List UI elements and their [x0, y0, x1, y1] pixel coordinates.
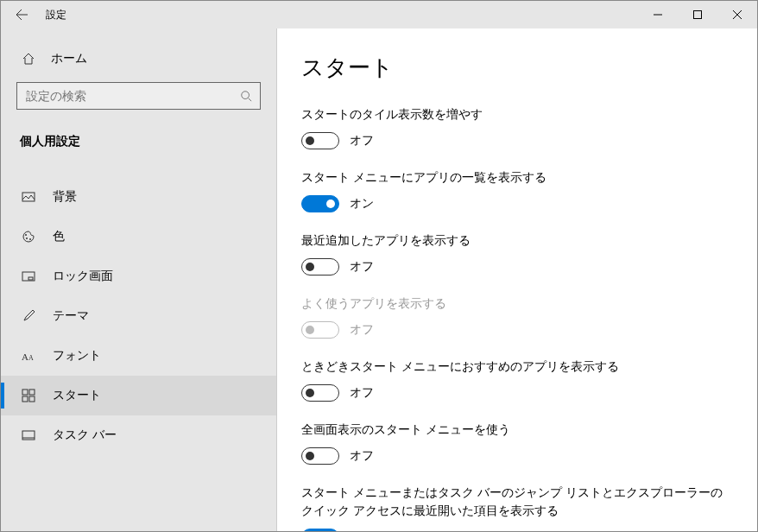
toggle-state-text: オフ	[350, 385, 374, 401]
setting-item: 最近追加したアプリを表示するオフ	[301, 231, 731, 276]
toggle-switch[interactable]	[301, 258, 339, 276]
nav-label: 背景	[53, 189, 77, 205]
setting-item: よく使うアプリを表示するオフ	[301, 294, 731, 339]
setting-item: スタート メニューまたはタスク バーのジャンプ リストとエクスプローラーのクイッ…	[301, 484, 731, 531]
toggle-switch[interactable]	[301, 195, 339, 212]
settings-list: スタートのタイル表示数を増やすオフスタート メニューにアプリの一覧を表示するオン…	[301, 105, 731, 531]
section-label: 個人用設定	[1, 115, 276, 160]
setting-item: 全画面表示のスタート メニューを使うオフ	[301, 421, 731, 465]
nav-label: ロック画面	[53, 269, 113, 284]
toggle-state-text: オフ	[350, 448, 374, 464]
toggle-state-text: オン	[350, 196, 374, 212]
toggle-switch[interactable]	[301, 384, 339, 402]
nav-item-background[interactable]: 背景	[1, 177, 276, 217]
search-icon	[237, 90, 255, 102]
nav-item-start[interactable]: スタート	[1, 376, 276, 415]
toggle-knob	[306, 136, 314, 145]
home-icon	[20, 52, 37, 66]
svg-text:A: A	[22, 352, 28, 362]
svg-rect-11	[29, 390, 35, 395]
svg-rect-12	[22, 396, 28, 402]
maximize-button[interactable]	[678, 1, 717, 28]
sidebar: ホーム 個人用設定 背景 色 ロック画面	[1, 28, 277, 531]
toggle-knob	[306, 452, 314, 460]
page-title: スタート	[301, 53, 731, 83]
toggle-switch[interactable]	[301, 447, 339, 465]
toggle-state-text: オフ	[350, 322, 374, 338]
toggle-knob	[306, 389, 314, 397]
svg-point-3	[25, 234, 27, 236]
titlebar: 設定	[1, 1, 757, 28]
start-icon	[20, 389, 37, 402]
svg-point-5	[29, 238, 31, 240]
palette-icon	[20, 230, 37, 244]
toggle-knob	[326, 200, 335, 208]
maximize-icon	[693, 10, 702, 19]
setting-label: スタート メニューにアプリの一覧を表示する	[301, 168, 731, 187]
toggle-switch	[301, 321, 339, 339]
nav-label: テーマ	[53, 308, 89, 324]
svg-text:A: A	[28, 354, 34, 362]
nav-item-taskbar[interactable]: タスク バー	[1, 415, 276, 455]
window-title: 設定	[42, 8, 66, 22]
toggle-switch[interactable]	[301, 132, 339, 149]
nav-label: スタート	[53, 388, 101, 403]
picture-icon	[20, 190, 37, 204]
setting-label: スタート メニューまたはタスク バーのジャンプ リストとエクスプローラーのクイッ…	[301, 484, 731, 520]
taskbar-icon	[20, 428, 37, 442]
back-button[interactable]	[1, 1, 42, 28]
font-icon: AA	[20, 350, 37, 362]
lockscreen-icon	[20, 269, 37, 283]
nav-item-lockscreen[interactable]: ロック画面	[1, 256, 276, 296]
search-field[interactable]	[26, 89, 237, 103]
svg-point-4	[26, 238, 28, 239]
content-area: スタート スタートのタイル表示数を増やすオフスタート メニューにアプリの一覧を表…	[277, 28, 757, 531]
svg-rect-0	[694, 11, 702, 19]
home-label: ホーム	[51, 51, 87, 66]
svg-rect-10	[22, 390, 28, 395]
svg-point-1	[242, 92, 250, 99]
toggle-state-text: オフ	[350, 133, 374, 149]
setting-label: 全画面表示のスタート メニューを使う	[301, 421, 731, 439]
brush-icon	[20, 309, 37, 323]
setting-label: ときどきスタート メニューにおすすめのアプリを表示する	[301, 358, 731, 376]
nav-item-colors[interactable]: 色	[1, 217, 276, 256]
close-button[interactable]	[717, 1, 757, 28]
home-link[interactable]: ホーム	[1, 44, 276, 73]
setting-item: スタートのタイル表示数を増やすオフ	[301, 105, 731, 149]
setting-item: スタート メニューにアプリの一覧を表示するオン	[301, 168, 731, 212]
minimize-button[interactable]	[638, 1, 678, 28]
arrow-left-icon	[15, 8, 28, 22]
toggle-knob	[306, 263, 314, 271]
nav-item-fonts[interactable]: AA フォント	[1, 336, 276, 376]
toggle-state-text: オフ	[350, 259, 374, 275]
toggle-knob	[306, 326, 314, 334]
nav-label: タスク バー	[53, 428, 117, 443]
nav-label: フォント	[53, 348, 101, 364]
minimize-icon	[654, 10, 662, 19]
setting-label: スタートのタイル表示数を増やす	[301, 105, 731, 124]
setting-label: よく使うアプリを表示する	[301, 294, 731, 313]
nav-list: 背景 色 ロック画面 テーマ AA フォント スタート	[1, 160, 276, 455]
nav-item-themes[interactable]: テーマ	[1, 296, 276, 336]
search-input[interactable]	[16, 82, 261, 110]
close-icon	[733, 10, 742, 19]
nav-label: 色	[53, 229, 65, 244]
toggle-switch[interactable]	[301, 529, 339, 531]
toggle-state-text: オン	[350, 529, 374, 531]
setting-label: 最近追加したアプリを表示する	[301, 231, 731, 250]
setting-item: ときどきスタート メニューにおすすめのアプリを表示するオフ	[301, 358, 731, 402]
svg-rect-7	[28, 277, 33, 280]
svg-rect-13	[29, 396, 35, 402]
